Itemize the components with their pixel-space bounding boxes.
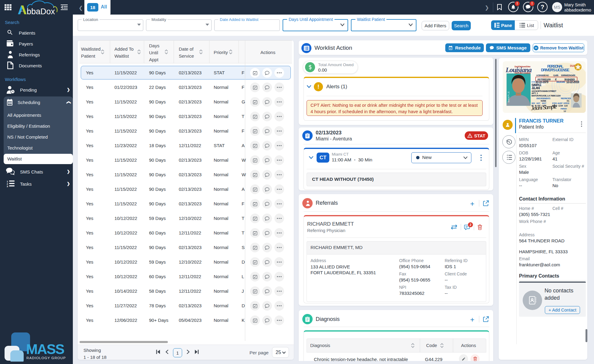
svg-text:LICENSE/ID NO: LICENSE/ID NO xyxy=(536,74,549,76)
svg-text:DOB: DOB xyxy=(531,81,535,83)
svg-text:DRIVER'S LICENSE: DRIVER'S LICENSE xyxy=(541,68,569,72)
svg-text:MASS: MASS xyxy=(26,341,64,357)
svg-text:E: E xyxy=(555,78,557,81)
svg-text:Don't Litter Louisiana: Don't Litter Louisiana xyxy=(514,72,531,74)
svg-text:CLASS: CLASS xyxy=(553,74,558,76)
svg-text:bbaDox: bbaDox xyxy=(27,7,55,15)
svg-text:3: 3 xyxy=(7,185,8,187)
svg-text:12-22-2019: 12-22-2019 xyxy=(566,80,579,84)
svg-text:SAMPLE: SAMPLE xyxy=(507,91,510,103)
svg-text:NONE: NONE xyxy=(541,99,546,102)
svg-text:12: 12 xyxy=(564,110,566,113)
svg-text:01: 01 xyxy=(567,99,569,102)
svg-text:EXPIRATION DATE: EXPIRATION DATE xyxy=(561,74,575,76)
svg-text:RADIOLOGY GROUP: RADIOLOGY GROUP xyxy=(26,356,66,360)
svg-text:BATON ROUGE, LA 70806-1234: BATON ROUGE, LA 70806-1234 xyxy=(531,94,561,97)
svg-text:JELANI: JELANI xyxy=(531,86,540,90)
svg-text:ISSUE DATE: ISSUE DATE xyxy=(556,81,565,83)
